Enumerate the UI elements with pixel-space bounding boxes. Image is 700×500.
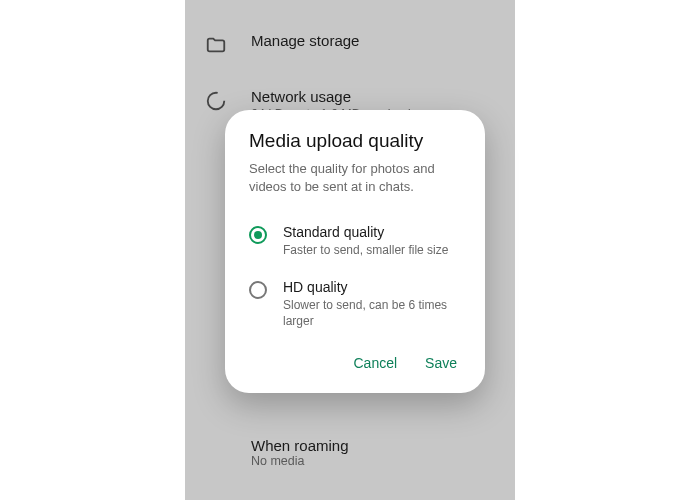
settings-item-label: When roaming — [251, 437, 515, 454]
svg-point-0 — [208, 93, 225, 110]
cancel-button[interactable]: Cancel — [353, 355, 397, 371]
settings-item-subtext: No media — [251, 454, 515, 468]
settings-item-text: Manage storage — [251, 32, 359, 49]
option-text: Standard quality Faster to send, smaller… — [283, 224, 448, 258]
dialog-title: Media upload quality — [225, 130, 485, 160]
save-button[interactable]: Save — [425, 355, 457, 371]
data-usage-icon — [205, 90, 227, 112]
dialog-description: Select the quality for photos and videos… — [225, 160, 485, 214]
settings-item-label: Network usage — [251, 88, 411, 105]
option-label: Standard quality — [283, 224, 448, 240]
dialog-actions: Cancel Save — [225, 339, 485, 381]
option-subtext: Slower to send, can be 6 times larger — [283, 297, 461, 329]
settings-item-manage-storage[interactable]: Manage storage — [185, 16, 515, 72]
settings-item-label: Manage storage — [251, 32, 359, 49]
radio-selected-icon — [249, 226, 267, 244]
option-label: HD quality — [283, 279, 461, 295]
settings-item-when-roaming[interactable]: When roaming No media — [251, 437, 515, 468]
option-text: HD quality Slower to send, can be 6 time… — [283, 279, 461, 329]
option-hd-quality[interactable]: HD quality Slower to send, can be 6 time… — [225, 269, 485, 339]
option-subtext: Faster to send, smaller file size — [283, 242, 448, 258]
media-upload-quality-dialog: Media upload quality Select the quality … — [225, 110, 485, 393]
radio-unselected-icon — [249, 281, 267, 299]
folder-icon — [205, 34, 227, 56]
option-standard-quality[interactable]: Standard quality Faster to send, smaller… — [225, 214, 485, 268]
